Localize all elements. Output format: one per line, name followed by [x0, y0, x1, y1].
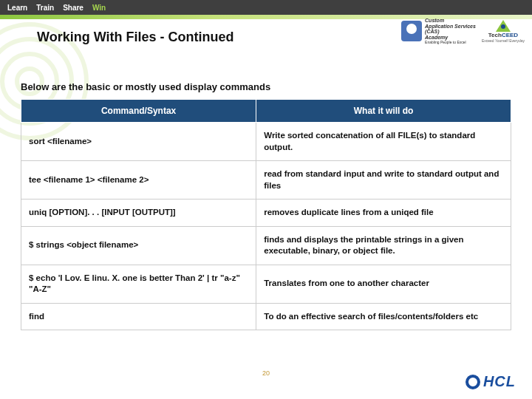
top-nav: Learn Train Share Win [0, 0, 532, 15]
cas-head-icon [401, 21, 422, 41]
cell-description: Translates from one to another character [256, 265, 511, 303]
table-row: $ echo 'I Lov. E linu. X. one is better … [21, 265, 511, 303]
hcl-text: HCL [483, 373, 516, 390]
cell-command: sort <filename> [21, 123, 256, 161]
cell-description: To do an effective search of files/conte… [256, 303, 511, 330]
cell-description: read from standard input and write to st… [256, 161, 511, 200]
cas-text: Custom Application Services (CAS) Academ… [425, 18, 476, 44]
techceed-brand: TechCEED [488, 32, 518, 38]
table-row: tee <filename 1> <filename 2> read from … [21, 161, 511, 200]
table-row: $ strings <object filename> finds and di… [21, 226, 511, 265]
table-row: find To do an effective search of files/… [21, 303, 511, 330]
col-header-description: What it will do [256, 100, 511, 123]
cas-academy-logo: Custom Application Services (CAS) Academ… [401, 18, 476, 44]
cell-description: Write sorted concatenation of all FILE(s… [256, 123, 511, 161]
cell-command: tee <filename 1> <filename 2> [21, 161, 256, 200]
nav-item-train: Train [36, 4, 54, 12]
nav-item-learn: Learn [7, 4, 27, 12]
cell-command: $ echo 'I Lov. E linu. X. one is better … [21, 265, 256, 303]
cell-description: removes duplicate lines from a uniqed fi… [256, 200, 511, 227]
commands-table: Command/Syntax What it will do sort <fil… [21, 99, 511, 330]
cell-command: uniq [OPTION]. . . [INPUT [OUTPUT]] [21, 200, 256, 227]
techceed-tagline: Exceed Yourself Everyday [482, 38, 525, 43]
nav-item-share: Share [63, 4, 83, 12]
cell-command: find [21, 303, 256, 330]
table-row: sort <filename> Write sorted concatenati… [21, 123, 511, 161]
page-title: Working With Files - Continued [37, 30, 233, 45]
nav-item-win: Win [92, 4, 106, 12]
page-number: 20 [262, 369, 270, 377]
table-row: uniq [OPTION]. . . [INPUT [OUTPUT]] remo… [21, 200, 511, 227]
hcl-logo: HCL [466, 373, 516, 390]
techceed-logo: TechCEED Exceed Yourself Everyday [482, 20, 525, 43]
page-subtitle: Below are the basic or mostly used displ… [21, 81, 270, 92]
cell-description: finds and displays the printable strings… [256, 226, 511, 265]
slide: Learn Train Share Win Custom Application… [0, 0, 532, 399]
techceed-triangle-icon [496, 20, 511, 32]
cell-command: $ strings <object filename> [21, 226, 256, 265]
table-header-row: Command/Syntax What it will do [21, 100, 511, 123]
logo-group: Custom Application Services (CAS) Academ… [401, 18, 525, 44]
col-header-command: Command/Syntax [21, 100, 256, 123]
hcl-circle-icon [466, 375, 480, 389]
